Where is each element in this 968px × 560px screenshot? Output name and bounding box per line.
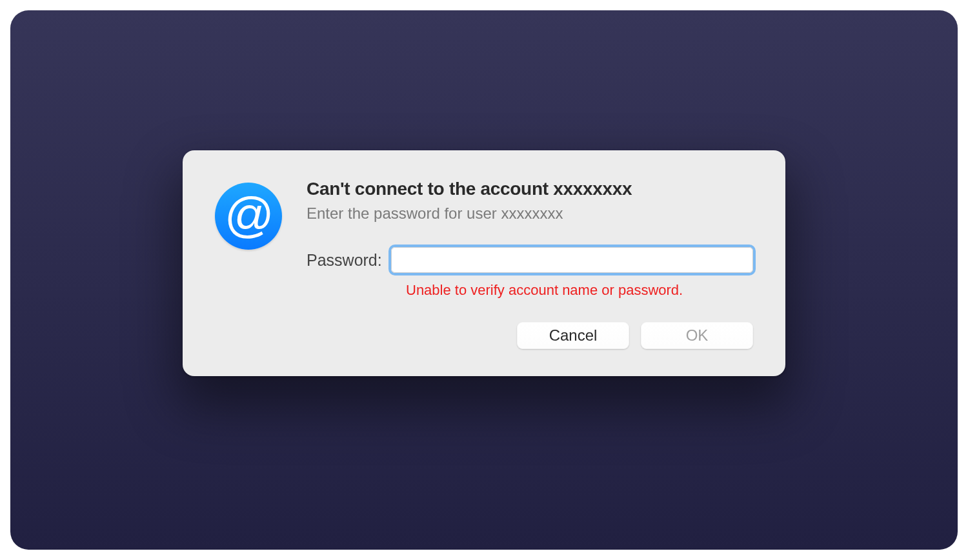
dialog-buttons: Cancel OK: [307, 322, 753, 349]
dialog-icon-column: @: [215, 179, 282, 349]
ok-button[interactable]: OK: [641, 322, 753, 349]
at-glyph: @: [223, 190, 273, 239]
cancel-button[interactable]: Cancel: [517, 322, 629, 349]
password-row: Password:: [307, 247, 753, 273]
password-dialog: @ Can't connect to the account xxxxxxxx …: [183, 150, 785, 376]
dialog-subtitle: Enter the password for user xxxxxxxx: [307, 205, 753, 223]
dialog-content: Can't connect to the account xxxxxxxx En…: [307, 179, 753, 349]
password-label: Password:: [307, 251, 382, 270]
dialog-backdrop: @ Can't connect to the account xxxxxxxx …: [10, 10, 958, 550]
at-sign-icon: @: [215, 183, 282, 250]
dialog-title: Can't connect to the account xxxxxxxx: [307, 179, 753, 199]
error-message: Unable to verify account name or passwor…: [397, 278, 683, 299]
error-row: Unable to verify account name or passwor…: [307, 278, 753, 299]
password-input[interactable]: [391, 247, 753, 273]
